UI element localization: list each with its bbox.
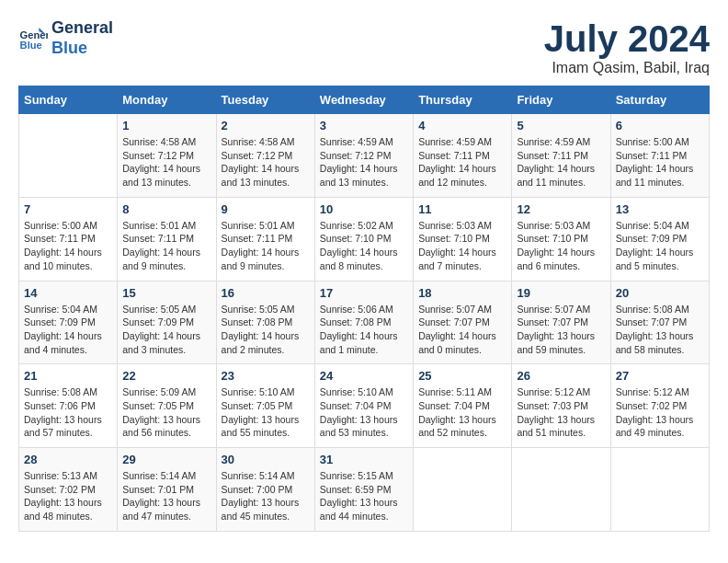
weekday-header-tuesday: Tuesday [216,86,314,114]
day-number: 30 [222,453,310,466]
title-block: July 2024 Imam Qasim, Babil, Iraq [544,18,710,76]
calendar-cell: 11Sunrise: 5:03 AM Sunset: 7:10 PM Dayli… [414,197,512,281]
calendar-cell: 2Sunrise: 4:58 AM Sunset: 7:12 PM Daylig… [216,114,314,198]
day-info: Sunrise: 5:02 AM Sunset: 7:10 PM Dayligh… [320,219,408,273]
page-header: General Blue General Blue July 2024 Imam… [18,18,710,76]
day-number: 28 [24,453,112,466]
calendar-cell: 1Sunrise: 4:58 AM Sunset: 7:12 PM Daylig… [118,114,216,198]
day-info: Sunrise: 5:11 AM Sunset: 7:04 PM Dayligh… [418,385,506,440]
location: Imam Qasim, Babil, Iraq [544,60,710,76]
day-number: 18 [418,286,506,300]
weekday-header-sunday: Sunday [19,86,118,114]
logo-icon: General Blue [18,24,48,53]
day-info: Sunrise: 5:05 AM Sunset: 7:09 PM Dayligh… [122,303,210,357]
day-info: Sunrise: 5:10 AM Sunset: 7:05 PM Dayligh… [222,385,310,440]
day-info: Sunrise: 4:58 AM Sunset: 7:12 PM Dayligh… [222,135,310,190]
calendar-cell: 25Sunrise: 5:11 AM Sunset: 7:04 PM Dayli… [414,364,512,448]
calendar-cell: 24Sunrise: 5:10 AM Sunset: 7:04 PM Dayli… [314,364,413,448]
calendar-cell: 14Sunrise: 5:04 AM Sunset: 7:09 PM Dayli… [19,281,118,364]
svg-text:Blue: Blue [20,40,42,51]
day-info: Sunrise: 4:58 AM Sunset: 7:12 PM Dayligh… [122,135,210,190]
day-number: 23 [222,369,310,383]
logo-line2: Blue [51,39,87,57]
day-number: 15 [122,286,210,300]
logo: General Blue General Blue [18,18,113,58]
calendar-cell: 30Sunrise: 5:14 AM Sunset: 7:00 PM Dayli… [216,448,314,532]
calendar-cell: 21Sunrise: 5:08 AM Sunset: 7:06 PM Dayli… [19,364,118,448]
calendar-cell: 20Sunrise: 5:08 AM Sunset: 7:07 PM Dayli… [610,281,709,364]
calendar-cell [414,448,512,532]
calendar-cell: 31Sunrise: 5:15 AM Sunset: 6:59 PM Dayli… [314,448,413,532]
day-info: Sunrise: 4:59 AM Sunset: 7:12 PM Dayligh… [320,135,408,190]
calendar-week-row: 7Sunrise: 5:00 AM Sunset: 7:11 PM Daylig… [19,197,710,281]
day-info: Sunrise: 5:08 AM Sunset: 7:06 PM Dayligh… [24,385,112,440]
calendar-cell: 19Sunrise: 5:07 AM Sunset: 7:07 PM Dayli… [512,281,610,364]
day-info: Sunrise: 5:06 AM Sunset: 7:08 PM Dayligh… [320,303,408,357]
day-number: 17 [320,286,408,300]
weekday-header-monday: Monday [118,86,216,114]
day-info: Sunrise: 5:10 AM Sunset: 7:04 PM Dayligh… [320,385,408,440]
day-number: 19 [517,286,605,300]
calendar-cell [512,448,610,532]
day-number: 8 [122,202,210,216]
day-number: 6 [616,119,704,132]
day-number: 14 [24,286,112,300]
calendar-cell: 5Sunrise: 4:59 AM Sunset: 7:11 PM Daylig… [512,114,610,198]
day-number: 27 [616,369,704,383]
day-info: Sunrise: 4:59 AM Sunset: 7:11 PM Dayligh… [517,135,605,190]
day-info: Sunrise: 5:14 AM Sunset: 7:01 PM Dayligh… [122,469,210,523]
calendar-cell: 28Sunrise: 5:13 AM Sunset: 7:02 PM Dayli… [19,448,118,532]
day-info: Sunrise: 5:03 AM Sunset: 7:10 PM Dayligh… [517,219,605,273]
day-info: Sunrise: 5:04 AM Sunset: 7:09 PM Dayligh… [24,303,112,357]
day-info: Sunrise: 5:00 AM Sunset: 7:11 PM Dayligh… [616,135,704,190]
day-number: 10 [320,202,408,216]
day-info: Sunrise: 5:01 AM Sunset: 7:11 PM Dayligh… [222,219,310,273]
day-number: 29 [122,453,210,466]
logo-line1: General [51,18,113,37]
logo-text: General Blue [51,18,113,58]
svg-text:General: General [20,29,48,40]
calendar-cell: 18Sunrise: 5:07 AM Sunset: 7:07 PM Dayli… [414,281,512,364]
day-number: 31 [320,453,408,466]
day-number: 24 [320,369,408,383]
calendar-cell [610,448,709,532]
day-info: Sunrise: 5:07 AM Sunset: 7:07 PM Dayligh… [418,303,506,357]
day-number: 4 [418,119,506,132]
day-info: Sunrise: 5:15 AM Sunset: 6:59 PM Dayligh… [320,469,408,523]
weekday-header-saturday: Saturday [610,86,709,114]
calendar-cell: 12Sunrise: 5:03 AM Sunset: 7:10 PM Dayli… [512,197,610,281]
day-number: 11 [418,202,506,216]
day-info: Sunrise: 5:08 AM Sunset: 7:07 PM Dayligh… [616,303,704,357]
weekday-header-wednesday: Wednesday [314,86,413,114]
calendar-cell: 26Sunrise: 5:12 AM Sunset: 7:03 PM Dayli… [512,364,610,448]
day-info: Sunrise: 5:12 AM Sunset: 7:02 PM Dayligh… [616,385,704,440]
calendar-cell: 23Sunrise: 5:10 AM Sunset: 7:05 PM Dayli… [216,364,314,448]
day-number: 7 [24,202,112,216]
calendar-cell: 3Sunrise: 4:59 AM Sunset: 7:12 PM Daylig… [314,114,413,198]
calendar-cell: 9Sunrise: 5:01 AM Sunset: 7:11 PM Daylig… [216,197,314,281]
calendar-cell: 13Sunrise: 5:04 AM Sunset: 7:09 PM Dayli… [610,197,709,281]
day-number: 22 [122,369,210,383]
day-number: 21 [24,369,112,383]
weekday-header-row: SundayMondayTuesdayWednesdayThursdayFrid… [19,86,710,114]
calendar-cell: 6Sunrise: 5:00 AM Sunset: 7:11 PM Daylig… [610,114,709,198]
day-info: Sunrise: 5:04 AM Sunset: 7:09 PM Dayligh… [616,219,704,273]
day-number: 16 [222,286,310,300]
day-number: 12 [517,202,605,216]
day-info: Sunrise: 5:01 AM Sunset: 7:11 PM Dayligh… [122,219,210,273]
day-info: Sunrise: 4:59 AM Sunset: 7:11 PM Dayligh… [418,135,506,190]
day-number: 1 [122,119,210,132]
calendar-cell: 16Sunrise: 5:05 AM Sunset: 7:08 PM Dayli… [216,281,314,364]
day-number: 25 [418,369,506,383]
day-number: 9 [222,202,310,216]
day-info: Sunrise: 5:05 AM Sunset: 7:08 PM Dayligh… [222,303,310,357]
day-number: 5 [517,119,605,132]
day-info: Sunrise: 5:09 AM Sunset: 7:05 PM Dayligh… [122,385,210,440]
calendar-cell: 22Sunrise: 5:09 AM Sunset: 7:05 PM Dayli… [118,364,216,448]
weekday-header-thursday: Thursday [414,86,512,114]
calendar-cell: 29Sunrise: 5:14 AM Sunset: 7:01 PM Dayli… [118,448,216,532]
day-info: Sunrise: 5:07 AM Sunset: 7:07 PM Dayligh… [517,303,605,357]
day-info: Sunrise: 5:03 AM Sunset: 7:10 PM Dayligh… [418,219,506,273]
day-number: 20 [616,286,704,300]
day-number: 2 [222,119,310,132]
